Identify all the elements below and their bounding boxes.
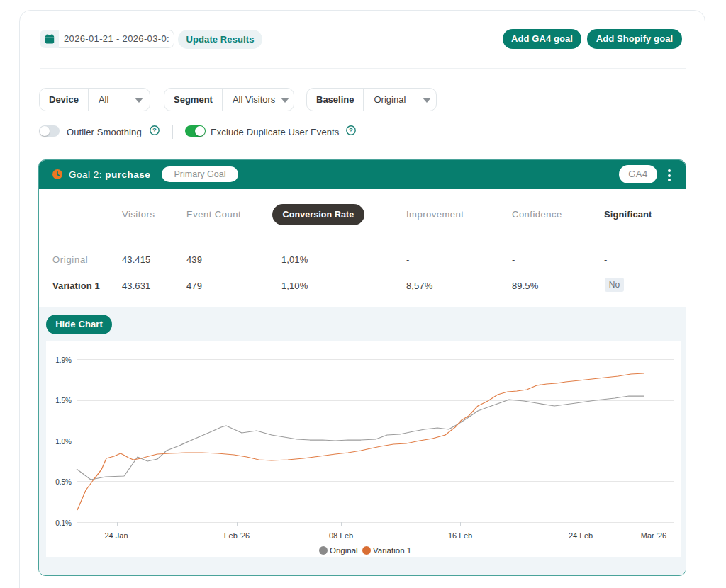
svg-text:0.5%: 0.5% [55,478,72,486]
svg-text:Feb '26: Feb '26 [224,531,250,540]
svg-text:Mar '26: Mar '26 [641,531,666,540]
svg-text:08 Feb: 08 Feb [329,531,353,540]
svg-text:1.5%: 1.5% [55,397,72,405]
svg-text:?: ? [152,126,157,134]
svg-text:24 Feb: 24 Feb [569,531,593,540]
svg-text:0.1%: 0.1% [55,519,72,527]
svg-text:?: ? [349,126,353,134]
svg-text:1.9%: 1.9% [55,356,72,364]
svg-text:24 Jan: 24 Jan [104,531,128,540]
svg-text:1.0%: 1.0% [55,438,72,446]
svg-text:16 Feb: 16 Feb [448,531,472,540]
svg-text:Original: Original [330,546,358,555]
svg-text:Variation 1: Variation 1 [373,546,411,555]
